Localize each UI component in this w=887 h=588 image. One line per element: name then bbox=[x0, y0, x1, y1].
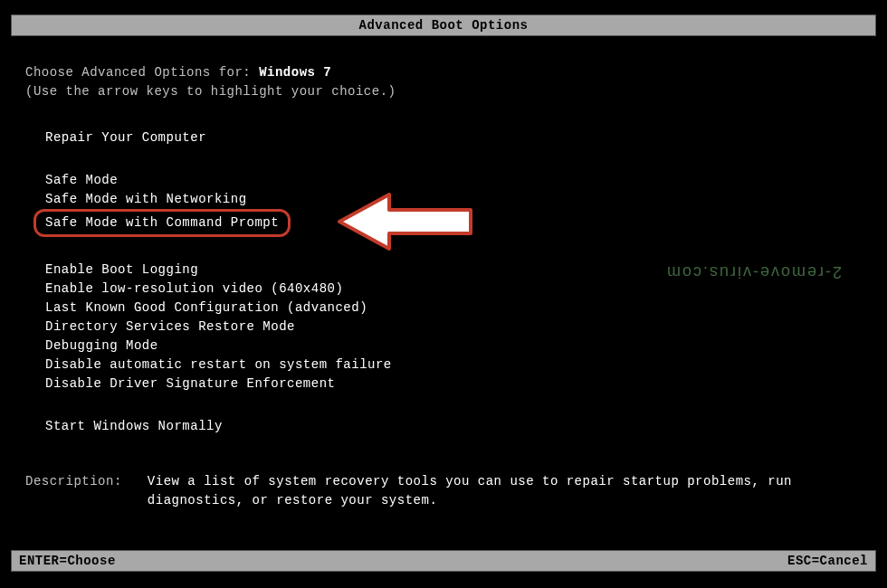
intro-hint: (Use the arrow keys to highlight your ch… bbox=[25, 82, 862, 101]
title-text: Advanced Boot Options bbox=[359, 18, 529, 33]
menu-safe-mode-networking[interactable]: Safe Mode with Networking bbox=[45, 190, 862, 209]
menu-disable-sig[interactable]: Disable Driver Signature Enforcement bbox=[45, 375, 862, 394]
menu-safe-mode[interactable]: Safe Mode bbox=[45, 171, 862, 190]
menu-safe-mode-cmd-wrapper[interactable]: Safe Mode with Command Prompt bbox=[45, 209, 862, 237]
boot-menu[interactable]: Repair Your Computer Safe Mode Safe Mode… bbox=[45, 128, 862, 436]
description-text: View a list of system recovery tools you… bbox=[148, 472, 862, 510]
os-name: Windows 7 bbox=[259, 65, 331, 80]
menu-repair[interactable]: Repair Your Computer bbox=[45, 128, 862, 147]
menu-safe-mode-cmd[interactable]: Safe Mode with Command Prompt bbox=[33, 209, 291, 237]
watermark-text: 2-remove-virus.com bbox=[665, 262, 842, 281]
menu-low-res[interactable]: Enable low-resolution video (640x480) bbox=[45, 280, 862, 299]
description-label: Description: bbox=[25, 472, 122, 510]
intro-block: Choose Advanced Options for: Windows 7 (… bbox=[25, 63, 862, 101]
menu-ds-restore[interactable]: Directory Services Restore Mode bbox=[45, 318, 862, 337]
footer-esc: ESC=Cancel bbox=[787, 554, 868, 568]
main-content: Choose Advanced Options for: Windows 7 (… bbox=[0, 63, 887, 510]
menu-disable-restart[interactable]: Disable automatic restart on system fail… bbox=[45, 356, 862, 375]
menu-debugging[interactable]: Debugging Mode bbox=[45, 337, 862, 356]
footer-enter: ENTER=Choose bbox=[19, 554, 116, 568]
title-bar: Advanced Boot Options bbox=[11, 14, 876, 36]
intro-prefix: Choose Advanced Options for: bbox=[25, 65, 259, 80]
menu-last-known[interactable]: Last Known Good Configuration (advanced) bbox=[45, 299, 862, 318]
menu-start-normally[interactable]: Start Windows Normally bbox=[45, 417, 862, 436]
footer-bar: ENTER=Choose ESC=Cancel bbox=[11, 550, 876, 572]
description-block: Description: View a list of system recov… bbox=[25, 472, 862, 510]
